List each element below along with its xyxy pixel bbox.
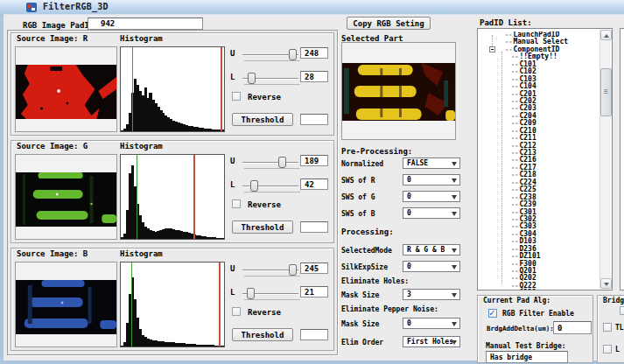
tree-item[interactable]: Q201 (478, 268, 599, 275)
rgb-filter-enable-checkbox[interactable] (488, 309, 497, 318)
tree-item[interactable]: C204 (478, 113, 599, 120)
lower-threshold-marker (131, 262, 132, 346)
tree-item[interactable]: C225 (478, 186, 599, 193)
channel-panel-r: Source Image: R Histogram U (11, 32, 334, 136)
tree-item[interactable]: Q222 (478, 283, 599, 290)
slider-groove (244, 84, 300, 85)
tree-item[interactable]: C304 (478, 231, 599, 238)
rgb-filter-enable-label: RGB Filter Enable (502, 310, 574, 318)
scroll-down-button[interactable] (600, 278, 612, 289)
tree-item[interactable]: C203 (478, 105, 599, 112)
selected-mode-dropdown[interactable]: R & G & B (403, 244, 460, 256)
manual-test-bridge-input[interactable] (486, 351, 568, 363)
slider-thumb[interactable] (247, 288, 255, 299)
threshold-button[interactable]: Threshold (232, 220, 293, 234)
tree-item[interactable]: C101 (478, 61, 599, 68)
threshold-value-input[interactable] (300, 221, 328, 233)
normalized-dropdown[interactable]: FALSE (403, 158, 460, 169)
lower-label: L (230, 288, 235, 297)
tree-item[interactable]: F300 (478, 261, 599, 268)
lower-slider[interactable] (242, 73, 298, 84)
tree-item[interactable]: C217 (478, 164, 599, 172)
collapse-icon[interactable] (489, 46, 495, 52)
tree-scrollbar[interactable] (599, 30, 611, 289)
tree-item[interactable]: C239 (478, 201, 599, 208)
tree-item[interactable]: C103 (478, 76, 599, 83)
tree-item[interactable]: C104 (478, 83, 599, 90)
slider-thumb[interactable] (289, 49, 297, 60)
brdg-add-delta-input[interactable] (553, 321, 592, 334)
lower-value-input[interactable] (300, 71, 328, 82)
tree-item[interactable]: C238 (478, 194, 599, 201)
title-bar[interactable]: FilterRGB_3D (0, 0, 624, 14)
dropdown-value: R & G & B (407, 246, 445, 254)
dropdown-value: First Holes, (407, 338, 452, 346)
tree-item[interactable]: Q202 (478, 275, 599, 282)
current-pad-alg-title: Current Pad Alg: (483, 297, 550, 304)
copy-rgb-setting-button[interactable]: Copy RGB Seting (347, 17, 431, 30)
padid-list-title: PadID List: (480, 18, 532, 27)
tree-item[interactable]: !!Empty!! (478, 53, 599, 60)
reverse-checkbox[interactable] (232, 92, 241, 101)
upper-value-input[interactable] (300, 155, 328, 166)
upper-threshold-marker (193, 155, 195, 239)
tree-item[interactable]: C209 (478, 120, 599, 127)
sws-r-label: SWS of R (341, 177, 375, 185)
slider-groove (244, 60, 300, 61)
tree-item[interactable]: C216 (478, 157, 599, 164)
slider-thumb[interactable] (278, 157, 286, 168)
bridge-checkbox[interactable] (620, 306, 624, 315)
chevron-down-icon (452, 293, 457, 298)
upper-slider[interactable] (242, 264, 298, 276)
sws-r-dropdown[interactable]: 0 (403, 174, 460, 186)
tree-item[interactable]: C213 (478, 150, 599, 157)
slider-thumb[interactable] (250, 180, 258, 192)
scroll-up-button[interactable] (600, 30, 612, 40)
bridge-l-checkbox[interactable] (603, 345, 612, 354)
tree-item[interactable]: D103 (478, 238, 599, 245)
slider-groove (244, 168, 300, 169)
sws-b-dropdown[interactable]: 0 (403, 207, 460, 219)
lower-label: L (230, 73, 235, 81)
lower-slider[interactable] (242, 180, 298, 192)
lower-value-input[interactable] (300, 286, 328, 298)
upper-value-input[interactable] (300, 47, 328, 59)
threshold-value-input[interactable] (300, 114, 328, 125)
tree-item[interactable]: C218 (478, 172, 599, 178)
tree-item[interactable]: C212 (478, 143, 599, 150)
bridge-tl-checkbox[interactable] (603, 323, 612, 332)
threshold-button[interactable]: Threshold (232, 113, 293, 126)
pad-id-input[interactable] (88, 18, 203, 30)
elim-order-dropdown[interactable]: First Holes, (403, 336, 460, 347)
upper-value-input[interactable] (300, 262, 328, 274)
slider-thumb[interactable] (248, 73, 256, 84)
silk-exp-size-label: SilkExpSize (341, 263, 388, 271)
tree-item[interactable]: C302 (478, 216, 599, 223)
sws-g-dropdown[interactable]: 0 (403, 191, 460, 202)
threshold-value-input[interactable] (300, 329, 328, 340)
slider-thumb[interactable] (289, 264, 297, 276)
tree-item[interactable]: C301 (478, 209, 599, 216)
upper-slider[interactable] (242, 157, 298, 168)
reverse-checkbox[interactable] (232, 307, 241, 316)
source-image-title: Source Image: R (17, 34, 88, 43)
tree-item[interactable]: C210 (478, 128, 599, 135)
silk-exp-size-dropdown[interactable]: 0 (403, 261, 460, 272)
upper-slider[interactable] (242, 49, 298, 60)
tree-item[interactable]: C102 (478, 68, 599, 75)
tree-item[interactable]: C202 (478, 98, 599, 105)
tree-item[interactable]: C303 (478, 223, 599, 230)
reverse-checkbox[interactable] (232, 200, 241, 208)
tree-item[interactable]: C224 (478, 179, 599, 186)
mask-size-pepper-dropdown[interactable]: 0 (403, 318, 460, 329)
histogram-canvas (120, 46, 225, 132)
scrollbar-thumb[interactable] (600, 68, 612, 116)
tree-item[interactable]: C211 (478, 135, 599, 142)
lower-value-input[interactable] (300, 178, 328, 190)
tree-item[interactable]: C201 (478, 91, 599, 98)
mask-size-holes-dropdown[interactable]: 3 (403, 289, 460, 300)
slider-track[interactable] (242, 162, 298, 164)
threshold-button[interactable]: Threshold (232, 328, 293, 341)
lower-slider[interactable] (242, 288, 298, 299)
tree-item[interactable]: DZ101 (478, 253, 599, 260)
